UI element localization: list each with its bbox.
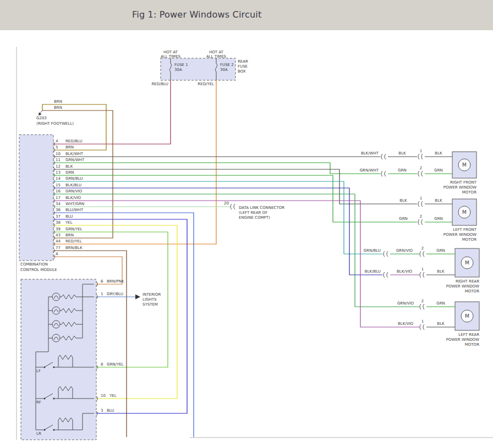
contact-dot (53, 429, 54, 430)
pin-wire-label: GRY/BLU (107, 292, 123, 296)
switch-label: LR (36, 432, 41, 436)
wire-color-label: BLK (435, 198, 442, 203)
motor-caption: LEFT FRONT (453, 228, 476, 232)
hot-at-label: ALL TIMES (206, 54, 227, 59)
motor-pin-number: 2 (420, 166, 422, 170)
pin-wire-label: GRN/WHT (65, 158, 85, 162)
connector-icon (381, 154, 386, 159)
connector-icon (418, 171, 423, 176)
window-switch-panel: LF RF LR 6 BRN/PNK 1 GRY/BLU 8 GRN/YEL 1… (21, 279, 124, 440)
ccm-caption: COMBINATION (20, 262, 48, 267)
motor-caption: LEFT REAR (458, 333, 479, 337)
interior-lights-caption: SYSTEM (143, 302, 158, 307)
hot-at-label: ALL TIMES (161, 54, 181, 59)
ccm-caption: CONTROL MODULE (20, 268, 57, 272)
ccm-outline (19, 135, 53, 261)
right-rear-window-motor-circuit: GRN/BLU GRN/VIO GRN 2 BLK/BLU BLK/VIO BL… (53, 181, 479, 294)
pin-number: 14 (56, 176, 61, 181)
pin-wire-label: BRN (65, 145, 74, 150)
interior-lights-system: INTERIOR LIGHTS SYSTEM (135, 292, 161, 307)
pin-number: 39 (56, 227, 61, 231)
wire-color-label: GRN/WHT (360, 168, 379, 173)
pin-number: 38 (56, 220, 61, 225)
data-link-caption: (LEFT REAR OF (239, 211, 267, 215)
motor-caption: POWER WINDOW (446, 284, 479, 289)
wire-blk (53, 169, 452, 204)
pin-number: 10 (56, 152, 61, 156)
figure-title: Fig 1: Power Windows Circuit (132, 9, 261, 20)
fuse-rating: 30A (174, 68, 182, 72)
data-link-caption: ENGINE COMPT) (239, 215, 270, 220)
motor-symbol: M (462, 209, 467, 215)
contact-dot (53, 366, 54, 368)
switch-label: LF (36, 369, 41, 373)
motor-pin-number: 2 (421, 299, 424, 303)
motor-caption: MOTOR (462, 190, 476, 195)
pin-number: 34 (56, 202, 61, 206)
motor-pin-number: 2 (421, 246, 424, 251)
motor-caption: POWER WINDOW (443, 185, 476, 190)
pin-wire-label: BLK/VIO (65, 196, 81, 200)
wire-grn-wht (53, 163, 452, 174)
connector-icon (420, 251, 424, 257)
motor-symbol: M (462, 162, 467, 168)
pin-number: 5 (56, 145, 58, 150)
pin-number: 4 (56, 139, 58, 143)
interior-lights-caption: LIGHTS (143, 297, 157, 302)
wire-color-label: BLK (399, 198, 407, 203)
wire-color-label: GRN/VIO (396, 248, 413, 253)
hot-at-label: HOT AT (209, 50, 224, 54)
pin-number: 10 (101, 394, 106, 398)
interior-lights-caption: INTERIOR (143, 292, 161, 297)
pin-wire-label: GRN/YEL (65, 227, 83, 231)
pin-wire-label: GRN/YEL (107, 362, 124, 367)
motor-pin-number: 1 (420, 196, 422, 201)
connector-icon (418, 154, 423, 159)
fuse-name: FUSE 1 (174, 63, 188, 67)
pin-number: 6 (101, 279, 103, 284)
fuse-rating: 30A (220, 68, 228, 72)
wire-color-label: GRN/BLU (364, 248, 381, 253)
pin-number: 13 (56, 170, 61, 175)
pin-number: A (56, 252, 58, 256)
wire-color-label: BLK/BLU (365, 269, 381, 274)
data-link-connector: 20 DATA LINK CONNECTOR (LEFT REAR OF ENG… (224, 201, 284, 220)
fuse-box-label: FUSE (238, 64, 248, 69)
pin-number: 8 (101, 362, 103, 367)
pin-number: 1 (101, 292, 103, 296)
wire-color-label: RED/BLU (151, 82, 168, 86)
pin-wire-label: BLK/WHT (65, 152, 84, 156)
wire-color-label: GRN (436, 301, 445, 306)
pin-number: 17 (56, 196, 61, 200)
switch-label: RF (36, 400, 41, 405)
wire-color-label: GRN (436, 248, 445, 253)
wire-color-label: GRN (398, 168, 407, 173)
fuse-name: FUSE 2 (220, 63, 234, 67)
connector-icon (381, 171, 386, 176)
connector-icon (420, 272, 424, 278)
contact-dot (43, 429, 45, 430)
arrow-right-icon (135, 295, 140, 300)
motor-symbol: M (465, 260, 469, 266)
connector-icon (384, 272, 388, 278)
wire-red-blu (53, 80, 171, 144)
pin-wire-label: BLU/WHT (65, 208, 84, 212)
pin-number: 12 (56, 164, 61, 169)
title-bar: Fig 1: Power Windows Circuit (0, 0, 493, 30)
pin-wire-label: RED/BLU (65, 139, 83, 143)
ground-icon (39, 112, 42, 115)
pin-wire-label: BRN/PNK (107, 279, 124, 284)
pin-number: 43 (56, 233, 61, 237)
contact-dot (43, 397, 45, 399)
connector-icon (418, 219, 423, 225)
pin-wire-label: GRN/BLU (65, 176, 83, 181)
pin-wire-label: BLU (107, 408, 114, 413)
page: { "header": { "title": "Fig 1: Power Win… (0, 0, 493, 448)
data-link-caption: DATA LINK CONNECTOR (239, 206, 284, 210)
ground-location: (RIGHT FOOTWELL) (36, 121, 74, 126)
motor-caption: RIGHT FRONT (450, 180, 477, 185)
connector-icon (418, 201, 423, 207)
pin-number: 3 (101, 408, 103, 413)
pin-wire-label: BLK/BLU (65, 183, 81, 187)
motor-caption: MOTOR (465, 289, 479, 294)
